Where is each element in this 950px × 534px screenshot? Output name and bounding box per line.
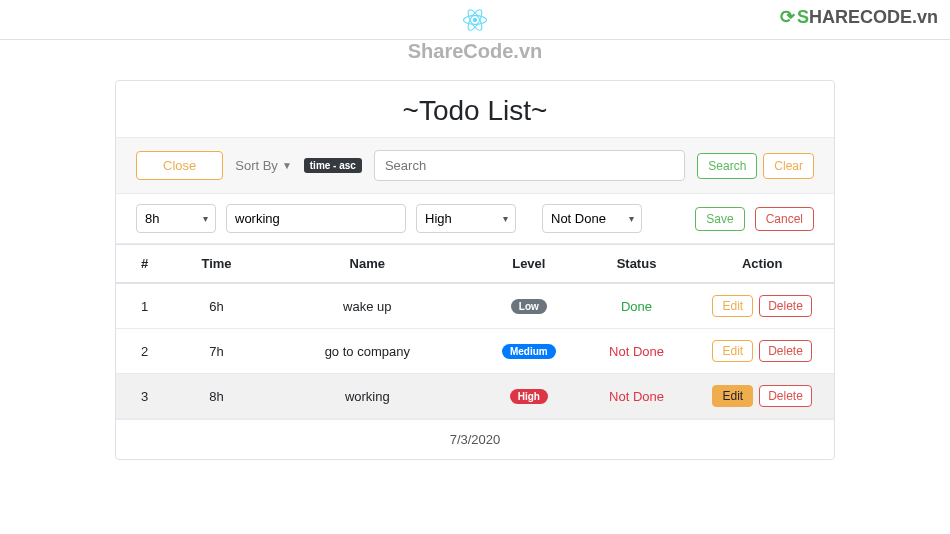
col-status: Status xyxy=(583,245,691,284)
cell-name: go to company xyxy=(260,329,475,374)
status-text: Not Done xyxy=(609,344,664,359)
toolbar: Close Sort By ▼ time - asc Search Clear xyxy=(116,137,834,194)
col-time: Time xyxy=(173,245,259,284)
edit-button[interactable]: Edit xyxy=(712,295,753,317)
col-level: Level xyxy=(475,245,583,284)
level-badge: High xyxy=(510,389,548,404)
name-input[interactable] xyxy=(226,204,406,233)
delete-button[interactable]: Delete xyxy=(759,385,812,407)
delete-button[interactable]: Delete xyxy=(759,340,812,362)
level-badge: Medium xyxy=(502,344,556,359)
cell-status: Done xyxy=(583,283,691,329)
table-row: 27hgo to companyMediumNot DoneEditDelete xyxy=(116,329,834,374)
level-select[interactable]: High xyxy=(416,204,516,233)
navbar xyxy=(0,0,950,40)
cell-level: High xyxy=(475,374,583,419)
cell-action: EditDelete xyxy=(690,374,834,419)
search-input[interactable] xyxy=(374,150,685,181)
edit-button[interactable]: Edit xyxy=(712,385,753,407)
cancel-button[interactable]: Cancel xyxy=(755,207,814,231)
cell-index: 1 xyxy=(116,283,173,329)
table-row: 16hwake upLowDoneEditDelete xyxy=(116,283,834,329)
cell-time: 6h xyxy=(173,283,259,329)
clear-button[interactable]: Clear xyxy=(763,153,814,179)
cell-time: 8h xyxy=(173,374,259,419)
edit-row: 8h High Not Done Save Cancel xyxy=(116,194,834,244)
svg-point-0 xyxy=(473,17,477,21)
delete-button[interactable]: Delete xyxy=(759,295,812,317)
react-icon xyxy=(463,8,487,32)
cell-level: Medium xyxy=(475,329,583,374)
cell-index: 3 xyxy=(116,374,173,419)
cell-status: Not Done xyxy=(583,374,691,419)
status-text: Not Done xyxy=(609,389,664,404)
cell-index: 2 xyxy=(116,329,173,374)
save-button[interactable]: Save xyxy=(695,207,744,231)
search-button[interactable]: Search xyxy=(697,153,757,179)
time-select[interactable]: 8h xyxy=(136,204,216,233)
watermark-top: ShareCode.vn xyxy=(408,40,542,63)
level-badge: Low xyxy=(511,299,547,314)
col-action: Action xyxy=(690,245,834,284)
cell-name: wake up xyxy=(260,283,475,329)
cell-level: Low xyxy=(475,283,583,329)
cell-action: EditDelete xyxy=(690,283,834,329)
sortby-dropdown[interactable]: Sort By ▼ xyxy=(235,158,292,173)
chevron-down-icon: ▼ xyxy=(282,160,292,171)
close-button[interactable]: Close xyxy=(136,151,223,180)
todo-table: # Time Name Level Status Action 16hwake … xyxy=(116,244,834,419)
col-index: # xyxy=(116,245,173,284)
sort-badge: time - asc xyxy=(304,158,362,173)
sortby-label: Sort By xyxy=(235,158,278,173)
footer-date: 7/3/2020 xyxy=(116,419,834,459)
page-title: ~Todo List~ xyxy=(116,81,834,137)
col-name: Name xyxy=(260,245,475,284)
cell-status: Not Done xyxy=(583,329,691,374)
status-select[interactable]: Not Done xyxy=(542,204,642,233)
cell-action: EditDelete xyxy=(690,329,834,374)
card-container: ~Todo List~ Close Sort By ▼ time - asc S… xyxy=(115,80,835,460)
table-row: 38hworkingHighNot DoneEditDelete xyxy=(116,374,834,419)
edit-button[interactable]: Edit xyxy=(712,340,753,362)
status-text: Done xyxy=(621,299,652,314)
cell-name: working xyxy=(260,374,475,419)
cell-time: 7h xyxy=(173,329,259,374)
